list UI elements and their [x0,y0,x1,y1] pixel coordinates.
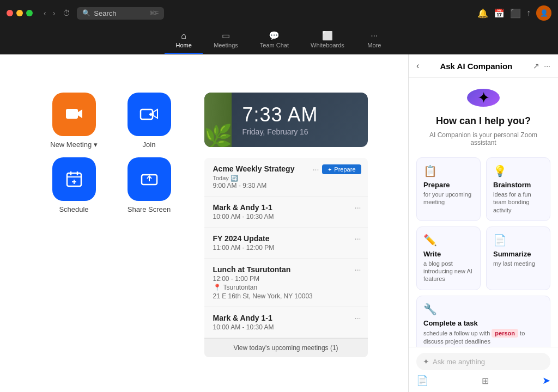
ai-card-brainstorm[interactable]: 💡 Brainstorm ideas for a fun team bondin… [486,157,550,221]
join-label: Join [143,140,156,149]
tab-whiteboards[interactable]: ⬜ Whiteboards [300,26,355,54]
ai-card-write[interactable]: ✏️ Write a blog post introducing new AI … [416,226,481,290]
view-more-bar[interactable]: View today's upcoming meetings (1) [204,338,368,357]
summarize-card-icon: 📄 [493,234,543,247]
ai-input-placeholder: Ask me anything [433,358,544,366]
tab-whiteboards-label: Whiteboards [311,42,344,48]
tab-meetings[interactable]: ▭ Meetings [203,26,249,54]
new-meeting-button[interactable] [52,93,96,136]
avatar[interactable]: 👤 [536,5,551,21]
tab-home-label: Home [176,42,192,48]
svg-rect-0 [66,109,78,119]
ai-panel-header: ‹ Ask AI Companion ↗ ··· [409,54,558,78]
ai-input-bar[interactable]: ✦ Ask me anything [416,353,550,370]
meeting-actions: ··· [355,234,361,243]
ai-expand-button[interactable]: ↗ [533,62,539,70]
ai-more-button[interactable]: ··· [544,62,550,70]
meetings-list: Acme Weekly Strategy Today 🔄 9:00 AM - 9… [204,158,368,357]
complete-task-card-title: Complete a task [423,319,543,327]
meeting-item[interactable]: Mark & Andy 1-1 10:00 AM - 10:30 AM ··· [204,197,368,228]
tab-team-chat-label: Team Chat [260,42,289,48]
share-screen-button[interactable] [128,157,171,201]
nav-arrows: ‹ › [41,8,57,19]
back-arrow[interactable]: ‹ [41,8,48,19]
meeting-item[interactable]: Mark & Andy 1-1 10:00 AM - 10:30 AM ··· [204,307,368,338]
meeting-time-badge: Today 🔄 [213,174,359,182]
left-panel: New Meeting ▾ Join [0,54,408,392]
meeting-title: Mark & Andy 1-1 [213,203,359,212]
forward-arrow[interactable]: › [51,8,58,19]
ai-companion-panel: ‹ Ask AI Companion ↗ ··· ✦ How can I hel… [408,54,558,392]
apps-icon[interactable]: ⬛ [510,8,521,19]
fullscreen-traffic-light[interactable] [26,10,33,16]
minimize-traffic-light[interactable] [16,10,23,16]
ai-header-icons: ↗ ··· [533,62,550,70]
ai-avatar: ✦ [467,89,500,107]
date-display: Friday, February 16 [242,127,318,136]
more-options-button[interactable]: ··· [355,265,361,274]
complete-task-card-icon: 🔧 [423,303,543,316]
summarize-card-desc: my last meeting [493,260,543,267]
share-screen-wrap: Share Screen [116,157,183,213]
ai-card-summarize[interactable]: 📄 Summarize my last meeting [486,226,550,290]
schedule-label: Schedule [59,205,88,213]
meeting-title: Mark & Andy 1-1 [213,314,359,322]
more-options-button[interactable]: ··· [313,165,319,174]
ai-back-button[interactable]: ‹ [416,61,419,71]
meeting-item[interactable]: FY 2024 Update 11:00 AM - 12:00 PM ··· [204,228,368,259]
tab-more-label: More [367,42,381,48]
meeting-item[interactable]: Lunch at Tsurutontan 12:00 - 1:00 PM 📍 T… [204,259,368,307]
meeting-panel: 🌿 7:33 AM Friday, February 16 Acme Weekl… [204,93,368,357]
schedule-button[interactable] [52,157,96,201]
main-content: New Meeting ▾ Join [0,54,558,392]
tab-home[interactable]: ⌂ Home [165,26,203,54]
new-meeting-label: New Meeting ▾ [50,140,97,149]
meeting-time: 9:00 AM - 9:30 AM [213,182,359,189]
star-icon: ✦ [327,167,332,173]
plant-decoration: 🌿 [204,93,232,147]
ai-subtitle: AI Companion is your personal Zoom assis… [416,131,550,146]
write-card-desc: a blog post introducing new AI features [423,260,474,283]
write-card-icon: ✏️ [423,234,474,247]
chat-icon: 💬 [269,30,280,41]
meeting-item[interactable]: Acme Weekly Strategy Today 🔄 9:00 AM - 9… [204,158,368,197]
meeting-time: 11:00 AM - 12:00 PM [213,244,359,252]
meeting-actions: ··· [355,314,361,322]
prepare-card-title: Prepare [423,181,474,189]
close-traffic-light[interactable] [7,10,13,16]
search-bar[interactable]: 🔍 Search ⌘F [77,7,164,20]
whiteboard-icon: ⬜ [322,30,333,41]
write-card-title: Write [423,250,474,258]
time-card: 🌿 7:33 AM Friday, February 16 [204,93,368,147]
ai-body: ✦ How can I help you? AI Companion is yo… [409,78,558,347]
share-screen-label: Share Screen [128,205,171,213]
meeting-address: 21 E 16th St, New York, NY 10003 [213,292,359,300]
ai-spark-icon: ✦ [423,357,429,366]
complete-task-card-desc: schedule a follow up with person to disc… [423,329,543,346]
more-options-button[interactable]: ··· [355,314,361,322]
join-button[interactable] [128,93,171,136]
more-options-button[interactable]: ··· [355,203,361,212]
ai-attach-button[interactable]: 📄 [416,375,428,387]
ai-card-prepare[interactable]: 📋 Prepare for your upcoming meeting [416,157,481,221]
prepare-card-icon: 📋 [423,164,474,177]
meeting-location: 📍 Tsurutontan [213,284,359,291]
person-tag: person [492,329,518,338]
prepare-button[interactable]: ✦ Prepare [322,164,361,174]
ai-card-complete-task[interactable]: 🔧 Complete a task schedule a follow up w… [416,296,550,347]
ai-grid-button[interactable]: ⊞ [482,376,489,386]
more-options-button[interactable]: ··· [355,234,361,243]
ai-send-button[interactable]: ➤ [542,375,550,387]
brainstorm-card-desc: ideas for a fun team bonding activity [493,191,543,214]
prepare-card-desc: for your upcoming meeting [423,191,474,206]
history-button[interactable]: ⏱ [63,9,70,17]
ai-avatar-icon: ✦ [477,89,490,107]
tab-more[interactable]: ··· More [355,26,393,54]
bell-icon[interactable]: 🔔 [477,8,488,19]
tab-team-chat[interactable]: 💬 Team Chat [249,26,300,54]
meeting-actions: ··· ✦ Prepare [313,164,361,174]
share-icon[interactable]: ↑ [526,8,531,18]
brainstorm-card-icon: 💡 [493,164,543,177]
meeting-actions: ··· [355,203,361,212]
calendar-icon[interactable]: 📅 [494,8,505,19]
